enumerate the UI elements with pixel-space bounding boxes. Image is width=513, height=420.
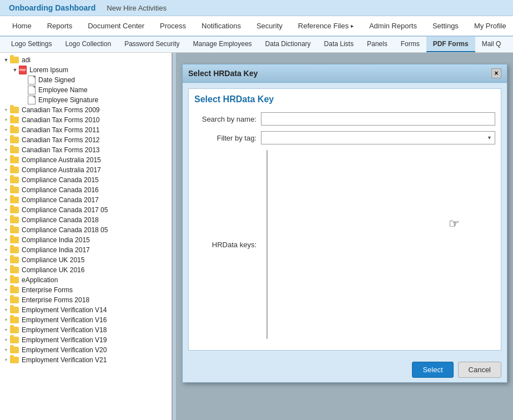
- folder-icon: [10, 317, 19, 323]
- sub-item-pdf-forms[interactable]: PDF Forms: [426, 37, 475, 52]
- tree-folder-compliance-canada-2015[interactable]: + Compliance Canada 2015: [0, 175, 172, 185]
- nav-item-reference-files[interactable]: Reference Files: [290, 16, 361, 36]
- modal-inner: Select HRData Key Search by name: Filter…: [188, 88, 501, 351]
- sub-item-data-lists[interactable]: Data Lists: [318, 37, 360, 52]
- nav-item-security[interactable]: Security: [249, 16, 290, 36]
- tree-folder-compliance-australia-2017[interactable]: + Compliance Australia 2017: [0, 165, 172, 175]
- tree-folder-canadian-tax-forms-2010[interactable]: + Canadian Tax Forms 2010: [0, 115, 172, 125]
- sub-item-forms[interactable]: Forms: [394, 37, 426, 52]
- folder-label: Enterprise Forms 2018: [21, 296, 90, 304]
- tree-folder-eapplication[interactable]: + eApplication: [0, 275, 172, 285]
- sub-item-password-security[interactable]: Password Security: [118, 37, 186, 52]
- nav-item-home[interactable]: Home: [4, 16, 39, 36]
- toggle-folder: +: [2, 346, 10, 354]
- folder-icon: [10, 287, 19, 293]
- tree-folder-compliance-canada-2017[interactable]: + Compliance Canada 2017: [0, 195, 172, 205]
- content-area: ▼ adi ▼ PDF Lorem Ipsum Date Signed Empl…: [0, 53, 513, 420]
- nav-item-process[interactable]: Process: [152, 16, 194, 36]
- tree-lorem-ipsum[interactable]: ▼ PDF Lorem Ipsum: [0, 65, 172, 75]
- tree-folder-employment-verification-v16[interactable]: + Employment Verification V16: [0, 315, 172, 325]
- nav-item-notifications[interactable]: Notifications: [194, 16, 249, 36]
- tree-folder-canadian-tax-forms-2009[interactable]: + Canadian Tax Forms 2009: [0, 105, 172, 115]
- new-hire-link[interactable]: New Hire Activities: [107, 4, 167, 12]
- tree-folder-compliance-india-2015[interactable]: + Compliance India 2015: [0, 235, 172, 245]
- toggle-spacer: [20, 86, 28, 94]
- toggle-folder: +: [2, 176, 10, 184]
- toggle-spacer: [20, 96, 28, 104]
- toggle-folder: +: [2, 156, 10, 164]
- tree-folder-enterprise-forms-2018[interactable]: + Enterprise Forms 2018: [0, 295, 172, 305]
- folder-label: Compliance UK 2015: [21, 256, 86, 264]
- tree-item-employee-name[interactable]: Employee Name: [0, 85, 172, 95]
- nav-item-my-profile[interactable]: My Profile: [466, 16, 513, 36]
- folder-icon: [10, 157, 19, 163]
- hrdata-keys-label: HRData keys:: [194, 241, 261, 249]
- cancel-button[interactable]: Cancel: [458, 362, 501, 378]
- folder-label: Compliance Canada 2016: [21, 186, 100, 194]
- tree-folder-enterprise-forms[interactable]: + Enterprise Forms: [0, 285, 172, 295]
- sub-item-data-dictionary[interactable]: Data Dictionary: [259, 37, 318, 52]
- filter-select[interactable]: [261, 131, 495, 144]
- sub-item-manage-employees[interactable]: Manage Employees: [187, 37, 259, 52]
- tree-folder-compliance-uk-2016[interactable]: + Compliance UK 2016: [0, 265, 172, 275]
- toggle-folder: +: [2, 246, 10, 254]
- toggle-folder: +: [2, 236, 10, 244]
- folder-label: Enterprise Forms: [21, 286, 74, 294]
- toggle-folder: +: [2, 166, 10, 174]
- panel-divider[interactable]: [172, 53, 177, 420]
- sub-item-panels[interactable]: Panels: [360, 37, 394, 52]
- lorem-ipsum-label: Lorem Ipsum: [28, 66, 69, 74]
- tree-folder-employment-verification-v18[interactable]: + Employment Verification V18: [0, 325, 172, 335]
- toggle-spacer: [20, 76, 28, 84]
- toggle-folder: +: [2, 356, 10, 364]
- search-row: Search by name:: [194, 112, 495, 126]
- tree-folder-compliance-uk-2015[interactable]: + Compliance UK 2015: [0, 255, 172, 265]
- select-button[interactable]: Select: [412, 362, 453, 378]
- tree-folder-compliance-australia-2015[interactable]: + Compliance Australia 2015: [0, 155, 172, 165]
- toggle-folder: +: [2, 276, 10, 284]
- tree-folder-canadian-tax-forms-2012[interactable]: + Canadian Tax Forms 2012: [0, 135, 172, 145]
- tree-folder-compliance-canada-2018-05[interactable]: + Compliance Canada 2018 05: [0, 225, 172, 235]
- folder-icon: [10, 357, 19, 363]
- tree-folder-employment-verification-v14[interactable]: + Employment Verification V14: [0, 305, 172, 315]
- sub-item-logo-collection[interactable]: Logo Collection: [58, 37, 118, 52]
- toggle-folder: +: [2, 226, 10, 234]
- tree-item-date-signed[interactable]: Date Signed: [0, 75, 172, 85]
- tree-folder-compliance-canada-2016[interactable]: + Compliance Canada 2016: [0, 185, 172, 195]
- folder-icon: [10, 217, 19, 223]
- toggle-folder: +: [2, 296, 10, 304]
- tree-folder-canadian-tax-forms-2011[interactable]: + Canadian Tax Forms 2011: [0, 125, 172, 135]
- modal-header: Select HRData Key ×: [183, 64, 507, 83]
- tree-item-employee-signature[interactable]: Employee Signature: [0, 95, 172, 105]
- folder-label: Canadian Tax Forms 2010: [21, 116, 101, 124]
- toggle-folder: +: [2, 266, 10, 274]
- modal-close-button[interactable]: ×: [491, 68, 501, 78]
- nav-item-admin-reports[interactable]: Admin Reports: [361, 16, 425, 36]
- tree-folder-compliance-canada-2017-05[interactable]: + Compliance Canada 2017 05: [0, 205, 172, 215]
- sub-item-mail-q[interactable]: Mail Q: [475, 37, 508, 52]
- modal-inner-title: Select HRData Key: [194, 94, 495, 104]
- tree-folder-compliance-canada-2018[interactable]: + Compliance Canada 2018: [0, 215, 172, 225]
- tree-folder-canadian-tax-forms-2013[interactable]: + Canadian Tax Forms 2013: [0, 145, 172, 155]
- tree-root[interactable]: ▼ adi: [0, 55, 172, 65]
- folder-label: Employment Verification V16: [21, 316, 108, 324]
- filter-row: Filter by tag:: [194, 131, 495, 144]
- toggle-folder: +: [2, 216, 10, 224]
- folder-icon: [10, 267, 19, 273]
- tree-folder-employment-verification-v21[interactable]: + Employment Verification V21: [0, 355, 172, 365]
- nav-item-reports[interactable]: Reports: [39, 16, 81, 36]
- toggle-lorem: ▼: [11, 66, 19, 74]
- search-input[interactable]: [261, 112, 495, 126]
- folder-label: Compliance India 2015: [21, 236, 91, 244]
- tree-folder-compliance-india-2017[interactable]: + Compliance India 2017: [0, 245, 172, 255]
- nav-item-settings[interactable]: Settings: [425, 16, 466, 36]
- folder-label: eApplication: [21, 276, 59, 284]
- tree-folder-employment-verification-v19[interactable]: + Employment Verification V19: [0, 335, 172, 345]
- folder-icon: [10, 117, 19, 123]
- nav-item-document-center[interactable]: Document Center: [80, 16, 152, 36]
- toggle-folder: +: [2, 186, 10, 194]
- tree-folder-employment-verification-v20[interactable]: + Employment Verification V20: [0, 345, 172, 355]
- hrdata-list[interactable]: [266, 150, 268, 339]
- sub-item-logo-settings[interactable]: Logo Settings: [4, 37, 58, 52]
- doc-icon: [28, 96, 36, 104]
